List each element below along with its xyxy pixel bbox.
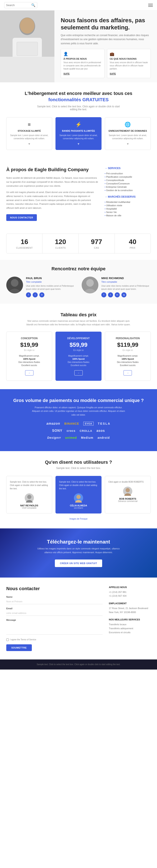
list-item: Maison de ville [105, 214, 151, 217]
pricing-section: Tableau des prix Nisl varius commodo ven… [0, 304, 157, 389]
developpement-feature4: Excellent succès [59, 364, 98, 367]
submit-button[interactable]: SOUMETTRE [6, 644, 32, 651]
pricing-developpement: DÉVELOPPEMENT $59,99 En règle ici Magnif… [55, 332, 101, 381]
svg-point-14 [26, 500, 33, 502]
about-icon: 👤 [64, 52, 102, 56]
contact-us-button[interactable]: NOUS CONTACTER [6, 214, 37, 221]
paul-info: PAUL BRUN Titre comptable Utue ante nito… [26, 277, 75, 298]
terms-label: I agree the Terms of Service [10, 639, 36, 641]
conception-price: $19,99 [10, 341, 48, 348]
hero-section: Nous faisons des affaires, pas seulement… [0, 10, 157, 82]
hero-card-services: 💼 CE QUE NOUS FAISONS Vous avez encore d… [107, 49, 151, 78]
svg-point-9 [11, 279, 18, 287]
conception-feature4: Excellent succès [10, 364, 48, 367]
paul-avatar [6, 277, 23, 293]
features-section: L'hébergement est encore meilleur avec t… [0, 82, 157, 158]
search-bar[interactable]: 🔍 [4, 2, 37, 8]
search-input[interactable] [6, 4, 31, 7]
mike-twitter-icon[interactable]: t [108, 292, 113, 298]
name-input[interactable] [6, 599, 103, 604]
stat-cas-number: 977 [81, 238, 112, 246]
list-item: Conception/étude [105, 179, 151, 182]
svg-point-17 [126, 488, 130, 492]
nat-name: NAT REYNOLDS [10, 504, 48, 507]
personalisation-feature3: Des interactions fluides [109, 361, 147, 363]
svg-point-15 [76, 495, 81, 499]
stat-clients-number: 120 [45, 238, 76, 246]
services-list: Pré-construction Planification conceptue… [105, 172, 151, 192]
developpement-button[interactable]: → [74, 370, 83, 375]
terms-checkbox: I agree the Terms of Service [6, 639, 103, 641]
email-input[interactable] [6, 611, 103, 616]
svg-point-13 [27, 495, 31, 499]
terms-checkbox-input[interactable] [6, 639, 9, 641]
svg-point-7 [30, 23, 34, 27]
feature-domains: 🌐 ENREGISTREMENT DE DOMAINES Sample text… [105, 117, 151, 150]
stats-section: 16 CLASSEMENT 120 CLIENTS 977 CAS 40 PRI… [0, 229, 157, 260]
domains-chevron: ▼ [109, 142, 147, 146]
paul-name: PAUL BRUN [26, 277, 75, 280]
mike-instagram-icon[interactable]: ig [121, 292, 126, 298]
testimonials-row: Sample text. Click to select the text bo… [6, 476, 151, 514]
message-group: Message [6, 619, 103, 636]
pricing-conception: CONCEPTION $19,99 En règle ici Magnifica… [6, 332, 52, 381]
paul-linkedin-icon[interactable]: in [39, 292, 44, 298]
celia-role: secrétaire [59, 507, 98, 509]
personalisation-feature1: Magnificament compt. [109, 355, 147, 357]
developpement-feature3: Des interactions fluides [59, 361, 98, 363]
domains-icon: 🌐 [109, 122, 147, 127]
svg-point-10 [9, 289, 21, 293]
designrr-logo: Designrr [47, 436, 61, 439]
service-info-3: Excursions et circuits [109, 630, 151, 634]
personalisation-button[interactable]: → [123, 370, 132, 375]
team-section: Rencontrez notre équipe PAUL BRUN Titre … [0, 260, 157, 304]
about-section: À propos de Eagle Building Company Notre… [0, 158, 157, 229]
medium-logo: Medium [81, 436, 93, 439]
bandwidth-icon: ⚡ [59, 122, 98, 127]
menu-button[interactable] [148, 4, 153, 7]
bob-name: BOB ROBERTS [109, 498, 147, 500]
hero-card-about: 👤 À PROPOS DE NOUS Vous avez encore décr… [61, 49, 105, 78]
personalisation-feature2: 100% fiponit [109, 358, 147, 360]
asos-logo: asos [96, 429, 105, 433]
message-label: Message [6, 619, 103, 621]
phone2: +1 (214) 567 434 [109, 594, 151, 598]
bandwidth-title: BANDE PASSANTE ILLIMITÉE [59, 130, 98, 132]
call-us-block: APPELEZ-NOUS +1 (214) 267 881 +1 (214) 5… [109, 586, 151, 598]
stat-prix-label: PRIX [117, 247, 148, 249]
mike-facebook-icon[interactable]: f [101, 292, 106, 298]
mike-avatar [82, 277, 99, 293]
storage-title: STOCKAGE ILLIMITÉ [10, 130, 48, 132]
developpement-price: $59,99 [59, 341, 98, 348]
unimed-logo: unimed [65, 436, 77, 439]
download-button[interactable]: CRÉER UN SITE WEB GRATUIT [55, 559, 102, 567]
hero-description: Que votre entreprise recherche un consei… [61, 33, 151, 45]
paul-facebook-icon[interactable]: f [26, 292, 31, 298]
crocs-logo: crocs [67, 429, 75, 432]
personalisation-feature4: Excellent succès [109, 364, 147, 367]
conception-button[interactable]: → [25, 370, 34, 375]
features-description: Sample text. Click to select the text bo… [37, 105, 120, 111]
mike-desc: Utue ante niton items mobiles amet ut Pe… [101, 284, 151, 291]
service-info-2: Transférés adéquement [109, 626, 151, 630]
evga-logo: EVGA [83, 422, 93, 426]
download-section: Téléchargez-le maintenant Utilisez les m… [0, 528, 157, 577]
about-card-link[interactable]: SUITE [64, 73, 70, 75]
footer-text: Sample text. Click to select the text bo… [6, 663, 151, 666]
nat-text: Sample text. Click to select the text bo… [10, 480, 48, 490]
mike-linkedin-icon[interactable]: in [115, 292, 120, 298]
paul-twitter-icon[interactable]: t [33, 292, 38, 298]
domains-title: ENREGISTREMENT DE DOMAINES [109, 130, 147, 132]
testimonials-description: Sample text. Click to select the text bo… [37, 467, 120, 470]
features-cards: ≡ STOCKAGE ILLIMITÉ Sample text. Lorem i… [6, 117, 151, 150]
services-card-link[interactable]: SUITE [110, 73, 116, 75]
mike-name: MIKE RICHMOND [101, 277, 151, 280]
list-item: Utilisation mixte [105, 204, 151, 207]
brands-row-1: amazon BINANCE EVGA TESLA [6, 422, 151, 426]
stat-cas-label: CAS [81, 247, 112, 249]
message-input[interactable] [6, 622, 103, 635]
crolla-logo: CROLLA [80, 429, 92, 432]
paul-desc: Utue ante niton items mobiles amet ut Pe… [26, 284, 75, 291]
images-link[interactable]: Images de Fresque [6, 518, 151, 520]
storage-icon: ≡ [10, 122, 48, 127]
